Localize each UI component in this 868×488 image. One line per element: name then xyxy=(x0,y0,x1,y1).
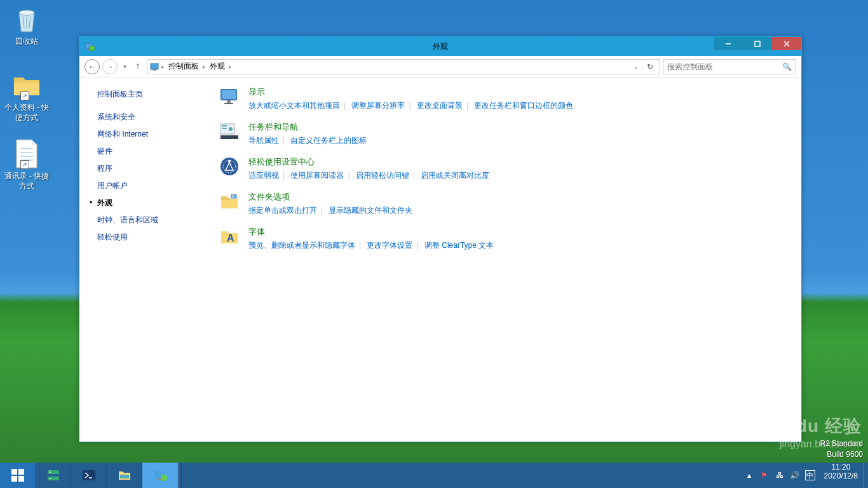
control-panel-home-link[interactable]: 控制面板主页 xyxy=(97,89,200,100)
sidebar-item-clock-language[interactable]: 时钟、语言和区域 xyxy=(97,212,200,229)
svg-point-35 xyxy=(50,478,51,479)
link-cleartype[interactable]: 调整 ClearType 文本 xyxy=(424,241,494,250)
up-button[interactable]: ↑ xyxy=(132,60,144,73)
category-title-taskbar[interactable]: 任务栏和导航 xyxy=(248,121,789,133)
category-ease-of-access: 轻松使用设置中心 适应弱视| 使用屏幕阅读器| 启用轻松访问键| 启用或关闭高对… xyxy=(219,156,789,181)
control-panel-icon xyxy=(153,468,168,483)
control-panel-icon xyxy=(150,62,160,72)
address-bar[interactable]: ▸ 控制面板 ▸ 外观 ▸ ⌄ ↻ xyxy=(147,59,660,74)
category-title-fonts[interactable]: 字体 xyxy=(248,226,789,238)
font-icon: A xyxy=(219,226,240,247)
tray-chevron-up-icon[interactable]: ▴ xyxy=(744,470,754,480)
svg-point-7 xyxy=(90,46,95,51)
breadcrumb-separator-icon[interactable]: ▸ xyxy=(161,64,165,70)
svg-rect-13 xyxy=(153,69,156,71)
link-show-hidden[interactable]: 显示隐藏的文件和文件夹 xyxy=(329,206,412,215)
desktop-icon-contacts-shortcut[interactable]: ↗ 通讯录 - 快捷方式 xyxy=(3,139,51,191)
link-desktop-background[interactable]: 更改桌面背景 xyxy=(417,101,463,110)
search-input[interactable] xyxy=(667,62,782,71)
file-icon: ↗ xyxy=(11,139,42,169)
taskbar-server-manager[interactable] xyxy=(36,463,71,488)
svg-rect-20 xyxy=(222,125,227,126)
taskbar-icon xyxy=(219,121,240,142)
recycle-bin-icon xyxy=(11,4,42,34)
svg-rect-9 xyxy=(755,41,760,46)
sidebar-item-ease-of-access[interactable]: 轻松使用 xyxy=(97,229,200,246)
tray-volume-icon[interactable]: 🔊 xyxy=(790,470,800,480)
refresh-button[interactable]: ↻ xyxy=(642,62,657,71)
taskbar-control-panel[interactable] xyxy=(142,463,178,488)
svg-point-0 xyxy=(19,10,34,15)
address-dropdown-icon[interactable]: ⌄ xyxy=(631,64,641,70)
sidebar-item-system-security[interactable]: 系统和安全 xyxy=(97,109,200,126)
start-button[interactable] xyxy=(0,463,36,488)
taskbar-explorer[interactable] xyxy=(107,463,142,488)
link-click-to-open[interactable]: 指定单击或双击打开 xyxy=(248,206,317,215)
sidebar-item-appearance[interactable]: 外观 xyxy=(97,194,200,212)
svg-rect-29 xyxy=(18,469,24,475)
link-nav-properties[interactable]: 导航属性 xyxy=(248,136,279,145)
link-screen-reader[interactable]: 使用屏幕阅读器 xyxy=(290,171,344,180)
clock-time: 11:20 xyxy=(824,463,858,471)
history-dropdown-icon[interactable]: ▾ xyxy=(120,63,129,70)
clock-date: 2020/12/8 xyxy=(824,471,858,480)
link-font-settings[interactable]: 更改字体设置 xyxy=(367,241,412,250)
sidebar-item-hardware[interactable]: 硬件 xyxy=(97,143,200,160)
svg-rect-16 xyxy=(227,100,231,103)
search-box[interactable]: 🔍 xyxy=(663,59,796,74)
system-tray: ▴ ⚑ 🖧 🔊 中 xyxy=(740,463,819,488)
windows-logo-icon xyxy=(10,468,25,483)
link-taskbar-color[interactable]: 更改任务栏和窗口边框的颜色 xyxy=(474,101,573,110)
sidebar-item-network[interactable]: 网络和 Internet xyxy=(97,126,200,143)
close-button[interactable] xyxy=(772,37,801,50)
breadcrumb-separator-icon[interactable]: ▸ xyxy=(203,64,206,70)
link-high-contrast[interactable]: 启用或关闭高对比度 xyxy=(421,171,489,180)
svg-rect-31 xyxy=(18,476,24,482)
category-title-ease-of-access[interactable]: 轻松使用设置中心 xyxy=(248,156,789,168)
link-low-vision[interactable]: 适应弱视 xyxy=(248,171,279,180)
category-title-folder-options[interactable]: 文件夹选项 xyxy=(248,191,789,203)
desktop-icon-label: 个人资料 - 快捷方式 xyxy=(3,103,51,123)
link-preview-fonts[interactable]: 预览、删除或者显示和隐藏字体 xyxy=(248,241,355,250)
sidebar-item-programs[interactable]: 程序 xyxy=(97,160,200,177)
titlebar[interactable]: 外观 xyxy=(79,37,801,56)
taskbar-clock[interactable]: 11:20 2020/12/8 xyxy=(819,463,863,488)
link-screen-resolution[interactable]: 调整屏幕分辨率 xyxy=(351,101,405,110)
build-info: R2 Standard Build 9600 xyxy=(820,438,863,460)
minimize-button[interactable] xyxy=(714,37,743,50)
svg-point-34 xyxy=(50,471,51,473)
window-title: 外观 xyxy=(79,41,801,52)
content-area: 显示 放大或缩小文本和其他项目| 调整屏幕分辨率| 更改桌面背景| 更改任务栏和… xyxy=(207,78,801,442)
forward-button[interactable]: → xyxy=(102,59,118,74)
breadcrumb-appearance[interactable]: 外观 xyxy=(207,61,227,72)
maximize-button[interactable] xyxy=(743,37,772,50)
file-explorer-icon xyxy=(117,468,132,483)
desktop-icon-recycle-bin[interactable]: 回收站 xyxy=(3,4,51,47)
category-folder-options: 文件夹选项 指定单击或双击打开| 显示隐藏的文件和文件夹 xyxy=(219,191,789,216)
breadcrumb-separator-icon[interactable]: ▸ xyxy=(229,64,232,70)
link-enlarge-text[interactable]: 放大或缩小文本和其他项目 xyxy=(248,101,340,110)
svg-point-25 xyxy=(228,160,231,163)
search-icon[interactable]: 🔍 xyxy=(782,62,792,71)
shortcut-arrow-icon: ↗ xyxy=(20,160,29,169)
control-panel-icon xyxy=(85,41,95,51)
show-desktop-button[interactable] xyxy=(863,463,868,488)
server-manager-icon xyxy=(46,468,61,483)
display-icon xyxy=(219,86,240,107)
taskbar-powershell[interactable] xyxy=(71,463,107,488)
svg-point-40 xyxy=(161,475,167,481)
svg-rect-15 xyxy=(222,90,236,99)
sidebar-item-user-accounts[interactable]: 用户帐户 xyxy=(97,177,200,194)
tray-network-icon[interactable]: 🖧 xyxy=(775,470,785,480)
back-button[interactable]: ← xyxy=(85,59,100,74)
breadcrumb-control-panel[interactable]: 控制面板 xyxy=(166,61,201,72)
svg-point-22 xyxy=(229,127,233,131)
desktop-icon-personal-shortcut[interactable]: ↗ 个人资料 - 快捷方式 xyxy=(3,70,51,123)
category-title-display[interactable]: 显示 xyxy=(248,86,789,98)
tray-ime-indicator[interactable]: 中 xyxy=(805,470,815,480)
tray-flag-icon[interactable]: ⚑ xyxy=(759,470,770,480)
sidebar-category-list: 系统和安全 网络和 Internet 硬件 程序 用户帐户 外观 时钟、语言和区… xyxy=(97,109,200,246)
link-easy-access-keys[interactable]: 启用轻松访问键 xyxy=(356,171,409,180)
category-taskbar: 任务栏和导航 导航属性| 自定义任务栏上的图标 xyxy=(219,121,789,146)
link-customize-taskbar-icons[interactable]: 自定义任务栏上的图标 xyxy=(290,136,367,145)
